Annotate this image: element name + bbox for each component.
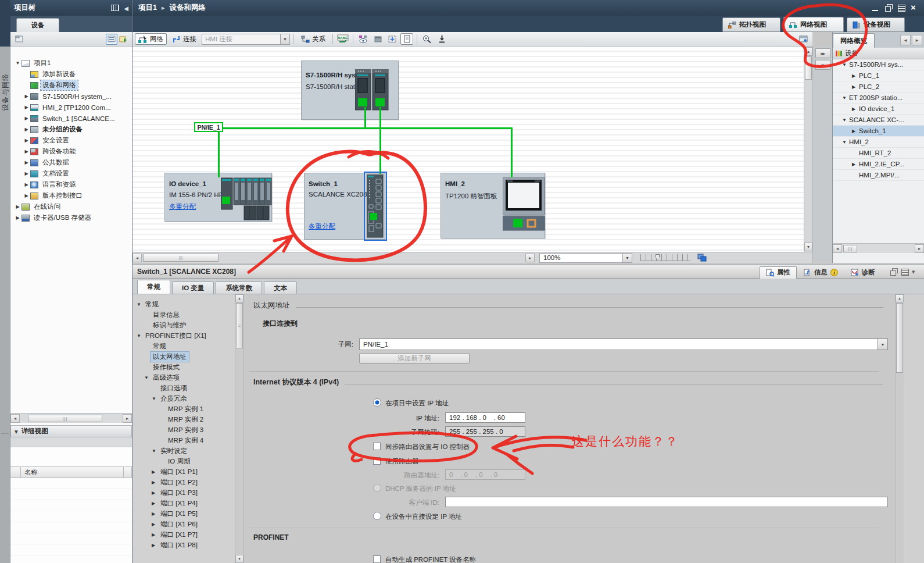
minimize-button[interactable] <box>871 4 880 12</box>
sync-router-checkbox[interactable] <box>373 443 381 450</box>
subnet-select[interactable]: PN/IE_1 <box>359 338 888 350</box>
properties-nav-item[interactable]: 标识与维护 <box>132 320 235 330</box>
properties-nav-item[interactable]: ▶ 端口 [X1 P8] <box>132 540 235 550</box>
device-s7-1500rh[interactable]: S7-1500R/H sys... S7-1500R/H stat... <box>301 60 399 120</box>
properties-nav-item[interactable]: ▼ 高级选项 <box>132 372 235 383</box>
expand-arrow-icon[interactable]: ▶ <box>23 138 30 143</box>
tab-diagnostics[interactable]: 诊断 <box>844 266 882 279</box>
float-panel-icon[interactable] <box>890 268 897 275</box>
expand-arrow-icon[interactable]: ▶ <box>14 204 22 209</box>
tab-io-tags[interactable]: IO 变量 <box>172 282 214 294</box>
expand-arrow-icon[interactable]: ▼ <box>152 448 158 454</box>
scroll-thumb[interactable]: ||| <box>143 254 219 262</box>
expand-arrow-icon[interactable]: ▼ <box>137 333 143 338</box>
detail-view-header[interactable]: 详细视图 <box>10 425 132 437</box>
tab-topology-view[interactable]: 拓扑视图 <box>722 17 780 32</box>
overview-row[interactable]: ▼ SCALANCE XC-... <box>833 115 924 126</box>
scroll-left-icon[interactable]: ◂ <box>132 254 142 262</box>
connections-mode-button[interactable]: 连接 <box>169 33 200 45</box>
auto-generate-name-checkbox[interactable] <box>373 555 381 563</box>
expand-arrow-icon[interactable]: ▶ <box>152 490 158 496</box>
tab-properties[interactable]: 属性 <box>760 266 797 279</box>
properties-nav-item[interactable]: ▼ 介质冗余 <box>132 393 235 404</box>
scroll-right-icon[interactable]: ▸ <box>123 414 132 423</box>
show-address-labels-button[interactable] <box>357 33 370 45</box>
zoom-slider-knob[interactable] <box>656 254 660 259</box>
connection-type-select[interactable]: HMI 连接 ▼ <box>202 34 290 45</box>
properties-nav-item[interactable]: IO 周期 <box>132 456 235 466</box>
expand-arrow-icon[interactable]: ▶ <box>852 73 859 79</box>
properties-nav-item[interactable]: ▶ 端口 [X1 P3] <box>132 487 235 498</box>
hmi-panel-graphic[interactable] <box>503 177 548 231</box>
overview-prev-icon[interactable]: ◂ <box>900 35 911 45</box>
set-ip-in-project-radio[interactable] <box>373 398 381 407</box>
zoom-slider[interactable] <box>640 254 690 261</box>
scroll-right-icon[interactable]: ▸ <box>525 254 535 262</box>
project-tree-item[interactable]: ▶ 读卡器/USB 存储器 <box>10 212 132 223</box>
collapse-panel-icon[interactable] <box>124 4 128 12</box>
tab-network-view[interactable]: 网络视图 <box>783 17 844 32</box>
subnet-badge[interactable]: PN/IE_1 <box>194 122 223 132</box>
expand-arrow-icon[interactable]: ▼ <box>152 396 158 401</box>
project-tree-item[interactable]: 设备和网络 <box>10 80 132 91</box>
dropdown-arrow-icon[interactable] <box>878 339 887 350</box>
overview-row[interactable]: ▶ HMI_2.IE_CP... <box>833 159 924 170</box>
project-tree-item[interactable]: ▶ Switch_1 [SCALANCE... <box>10 113 132 124</box>
expand-arrow-icon[interactable]: ▶ <box>852 129 859 134</box>
scroll-thumb[interactable] <box>805 56 812 80</box>
scroll-thumb[interactable] <box>896 303 903 373</box>
overview-row[interactable]: ▶ PLC_2 <box>833 81 924 92</box>
scroll-left-icon[interactable]: ◂ <box>833 244 842 253</box>
properties-nav-item[interactable]: ▼ 实时设定 <box>132 446 235 456</box>
project-tree-item[interactable]: ▶ HMI_2 [TP1200 Com... <box>10 102 132 113</box>
tab-devices[interactable]: 设备 <box>16 18 59 32</box>
expand-arrow-icon[interactable]: ▶ <box>152 532 158 537</box>
overview-header[interactable]: 设备 <box>833 48 924 59</box>
expand-arrow-icon[interactable]: ▶ <box>852 106 859 112</box>
properties-nav-item[interactable]: 以太网地址 <box>132 351 235 362</box>
expand-arrow-icon[interactable]: ▶ <box>23 171 30 176</box>
breadcrumb-page[interactable]: 设备和网络 <box>169 3 206 13</box>
panes-button[interactable] <box>897 4 905 12</box>
zoom-select[interactable]: 100% ▼ <box>539 253 632 263</box>
multiple-assignment-link[interactable]: 多重分配 <box>169 202 196 211</box>
tab-device-view[interactable]: 设备视图 <box>847 17 905 32</box>
panel-splitter[interactable]: ◂▸ ≡ <box>812 47 832 263</box>
device-hmi-2[interactable]: HMI_2 TP1200 精智面板 <box>440 173 545 238</box>
expand-arrow-icon[interactable]: ▶ <box>152 511 158 516</box>
project-tree-item[interactable]: ▶ 跨设备功能 <box>10 146 132 157</box>
restore-button[interactable] <box>884 4 893 12</box>
detach-editor-button[interactable] <box>797 33 810 45</box>
properties-nav-item[interactable]: ▶ 端口 [X1 P1] <box>132 466 235 477</box>
expand-arrow-icon[interactable]: ▶ <box>852 84 859 90</box>
scroll-left-icon[interactable]: ◂ <box>10 414 20 423</box>
set-ip-on-device-radio[interactable] <box>373 512 381 520</box>
overview-row[interactable]: ▼ S7-1500R/H sys... <box>833 59 924 70</box>
project-tree-item[interactable]: ▶ 在线访问 <box>10 201 132 212</box>
sync-view-icon[interactable] <box>117 34 129 45</box>
nav-vscrollbar[interactable]: ▴ ≡ ▾ <box>235 294 244 563</box>
expand-arrow-icon[interactable]: ▶ <box>152 522 158 527</box>
page-break-preview-button[interactable] <box>400 33 413 45</box>
expand-arrow-icon[interactable]: ▶ <box>23 149 30 154</box>
project-tree-item[interactable]: ▶ S7-1500R/H system_... <box>10 91 132 102</box>
properties-nav-item[interactable]: MRP 实例 3 <box>132 425 235 435</box>
use-router-checkbox[interactable] <box>373 457 381 465</box>
collapse-panel-icon[interactable] <box>912 268 919 275</box>
scroll-up-icon[interactable]: ▴ <box>896 294 904 302</box>
zoom-select-button[interactable] <box>421 33 434 45</box>
overview-row[interactable]: HMI_2.MPI/... <box>833 170 924 181</box>
expand-arrow-icon[interactable]: ▶ <box>23 94 30 99</box>
save-layout-button[interactable] <box>435 33 448 45</box>
project-tree-item[interactable]: ▶ 公共数据 <box>10 157 132 168</box>
scroll-down-icon[interactable]: ▾ <box>235 555 243 563</box>
project-tree-item[interactable]: ▶ 安全设置 <box>10 135 132 146</box>
et200sp-graphic[interactable] <box>221 174 274 221</box>
properties-nav-item[interactable]: MRP 实例 4 <box>132 435 235 446</box>
overview-row[interactable]: ▼ ET 200SP statio... <box>833 92 924 104</box>
project-tree-item[interactable]: ▶ 未分组的设备 <box>10 124 132 135</box>
splitter-menu-icon[interactable]: ≡ <box>815 60 830 70</box>
scroll-up-icon[interactable]: ▴ <box>804 47 812 56</box>
expand-arrow-icon[interactable]: ▶ <box>23 105 30 110</box>
scroll-thumb[interactable]: ≡ <box>236 303 243 348</box>
